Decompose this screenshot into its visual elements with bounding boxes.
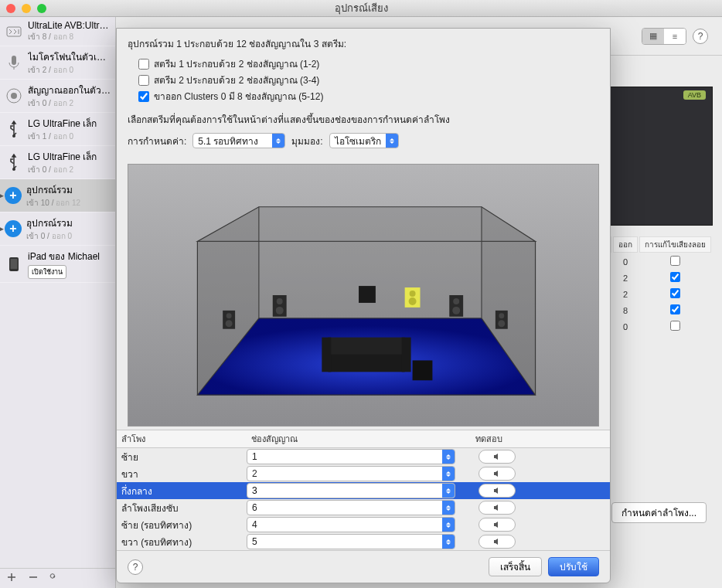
view-select[interactable]: ไอโซเมตริก: [329, 133, 399, 148]
stream-label: ขาออก Clusters 0 มี 8 ช่องสัญญาณ (5-12): [154, 89, 323, 104]
speaker-table-header: ลำโพง ช่องสัญญาณ ทดสอบ: [117, 430, 610, 448]
sidebar-item[interactable]: สัญญาณออกในตัวเครื่องเข้า 0 / ออก 2: [0, 80, 115, 113]
channel-value: 1: [252, 451, 257, 462]
speaker-name: ซ้าย (รอบทิศทาง): [117, 518, 247, 532]
stream-checkbox[interactable]: [138, 75, 149, 86]
test-button[interactable]: [478, 484, 516, 498]
channel-select[interactable]: 2: [247, 466, 455, 481]
drift-checkbox[interactable]: [670, 256, 680, 266]
disclosure-arrow-icon[interactable]: ▶: [0, 192, 4, 199]
config-value: 5.1 รอบทิศทาง: [198, 134, 258, 148]
enable-button[interactable]: เปิดใช้งาน: [28, 265, 66, 279]
speaker-name: กึ่งกลาง: [117, 484, 247, 498]
stream-row[interactable]: สตรีม 1 ประกอบด้วย 2 ช่องสัญญาณ (1-2): [128, 56, 599, 72]
stepper-icon: [442, 484, 455, 498]
sidebar-item[interactable]: ▶+อุปกรณ์รวมเข้า 10 / ออก 12: [0, 179, 115, 212]
speaker-row[interactable]: กึ่งกลาง3: [117, 482, 610, 499]
drift-checkbox[interactable]: [670, 321, 680, 331]
stepper-icon: [272, 134, 284, 148]
svg-point-40: [498, 320, 505, 327]
channel-select[interactable]: 5: [247, 534, 455, 549]
io-count: เข้า 2 / ออก 0: [28, 64, 111, 76]
speaker-row[interactable]: ลำโพงเสียงซับ6: [117, 499, 610, 516]
avb-badge: AVB: [683, 90, 706, 100]
sidebar-item[interactable]: ▶+อุปกรณ์รวมเข้า 0 / ออก 0: [0, 212, 115, 246]
list-view-icon[interactable]: ≡: [664, 29, 686, 44]
usb-icon: [5, 153, 23, 172]
col-test: ทดสอบ: [471, 430, 610, 447]
view-toggle[interactable]: ▦ ≡: [642, 28, 686, 45]
device-icon: [5, 22, 23, 41]
channel-value: 6: [252, 502, 257, 513]
test-button[interactable]: [478, 467, 516, 481]
stream-label: สตรีม 1 ประกอบด้วย 2 ช่องสัญญาณ (1-2): [154, 56, 319, 71]
device-name: LG UltraFine เล็ก: [28, 116, 97, 131]
channel-select[interactable]: 4: [247, 517, 455, 532]
done-button[interactable]: เสร็จสิ้น: [489, 557, 542, 576]
drift-checkbox[interactable]: [670, 288, 680, 298]
channel-select[interactable]: 1: [247, 449, 455, 464]
channel-value: 4: [252, 519, 257, 530]
io-count: เข้า 0 / ออก 0: [26, 230, 73, 242]
speaker-name: ขวา: [117, 467, 247, 481]
svg-point-37: [226, 320, 233, 327]
drift-checkbox[interactable]: [670, 272, 680, 282]
usb-icon: [5, 120, 23, 138]
sidebar-item[interactable]: LG UltraFine เล็กเข้า 0 / ออก 2: [0, 146, 115, 179]
svg-rect-1: [12, 56, 16, 65]
disclosure-arrow-icon[interactable]: ▶: [0, 225, 4, 233]
svg-rect-22: [322, 338, 331, 372]
svg-rect-7: [11, 259, 18, 269]
action-menu-button[interactable]: [49, 572, 60, 585]
device-name: สัญญาณออกในตัวเครื่อง: [28, 83, 111, 97]
channel-select[interactable]: 6: [247, 500, 455, 515]
speaker-row[interactable]: ขวา (รอบทิศทาง)5: [117, 533, 610, 550]
svg-rect-20: [328, 353, 404, 372]
stepper-icon: [442, 467, 455, 481]
speaker-row[interactable]: ซ้าย (รอบทิศทาง)4: [117, 516, 610, 533]
apply-button[interactable]: ปรับใช้: [548, 557, 599, 576]
stream-row[interactable]: สตรีม 2 ประกอบด้วย 2 ช่องสัญญาณ (3-4): [128, 72, 599, 88]
io-count: เข้า 1 / ออก 0: [28, 131, 97, 142]
test-button[interactable]: [478, 501, 516, 515]
test-button[interactable]: [478, 518, 516, 532]
svg-point-33: [409, 297, 417, 305]
device-name: อุปกรณ์รวม: [26, 182, 80, 197]
io-count: เข้า 0 / ออก 2: [28, 97, 111, 109]
sidebar-item[interactable]: LG UltraFine เล็กเข้า 1 / ออก 0: [0, 113, 115, 146]
view-label: มุมมอง:: [291, 134, 322, 148]
stream-row[interactable]: ขาออก Clusters 0 มี 8 ช่องสัญญาณ (5-12): [128, 88, 599, 104]
svg-rect-34: [359, 286, 376, 303]
sidebar-item[interactable]: ไมโครโฟนในตัวเครื่องเข้า 2 / ออก 0: [0, 46, 115, 80]
device-name: ไมโครโฟนในตัวเครื่อง: [28, 49, 111, 64]
grid-view-icon[interactable]: ▦: [642, 29, 664, 44]
svg-point-4: [12, 134, 15, 138]
help-button[interactable]: ?: [693, 29, 708, 44]
test-button[interactable]: [478, 535, 516, 549]
speaker-name: ลำโพงเสียงซับ: [117, 501, 247, 515]
stepper-icon: [386, 134, 398, 148]
svg-point-32: [410, 291, 416, 297]
remove-device-button[interactable]: [28, 572, 39, 585]
channel-select[interactable]: 3: [247, 483, 455, 498]
svg-point-5: [12, 168, 15, 171]
aggregate-icon: +: [5, 220, 22, 237]
speaker-3d-viewport[interactable]: [128, 164, 599, 427]
sheet-help-button[interactable]: ?: [128, 559, 143, 575]
col-out: ออก: [613, 236, 638, 253]
sidebar-item[interactable]: UltraLite AVB:UltraLiteเข้า 8 / ออก 8: [0, 17, 115, 46]
test-button[interactable]: [478, 450, 516, 464]
stepper-icon: [442, 450, 455, 464]
stream-checkbox[interactable]: [138, 59, 149, 70]
out-cell: 2: [613, 287, 638, 301]
svg-rect-23: [402, 338, 411, 372]
drift-checkbox[interactable]: [670, 304, 680, 314]
speaker-row[interactable]: ขวา2: [117, 465, 610, 482]
config-select[interactable]: 5.1 รอบทิศทาง: [192, 133, 285, 148]
stepper-icon: [442, 501, 455, 515]
stream-checkbox[interactable]: [138, 91, 149, 102]
speaker-row[interactable]: ซ้าย1: [117, 448, 610, 465]
configure-speakers-button[interactable]: กำหนดค่าลำโพง...: [611, 502, 707, 523]
add-device-button[interactable]: [6, 572, 17, 585]
sidebar-item[interactable]: iPad ของ Michaelเปิดใช้งาน: [0, 246, 115, 283]
